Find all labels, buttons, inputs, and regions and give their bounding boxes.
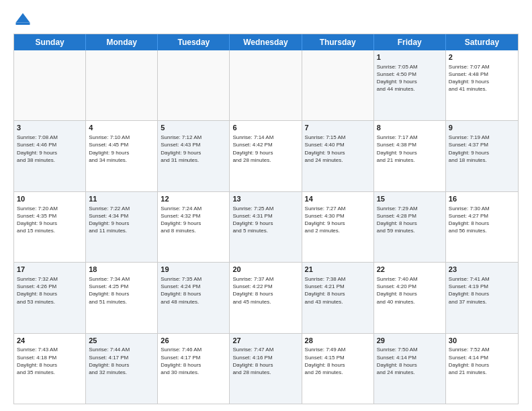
day-info: Sunrise: 7:25 AM Sunset: 4:31 PM Dayligh… <box>232 205 298 235</box>
day-info: Sunrise: 7:46 AM Sunset: 4:17 PM Dayligh… <box>161 346 226 376</box>
day-number: 16 <box>449 194 515 204</box>
day-number: 8 <box>377 123 443 133</box>
svg-marker-0 <box>16 13 30 23</box>
calendar-cell: 7Sunrise: 7:15 AM Sunset: 4:40 PM Daylig… <box>302 121 374 191</box>
header-day-tuesday: Tuesday <box>158 34 230 50</box>
day-info: Sunrise: 7:44 AM Sunset: 4:17 PM Dayligh… <box>89 346 154 376</box>
day-info: Sunrise: 7:37 AM Sunset: 4:22 PM Dayligh… <box>232 275 298 306</box>
calendar-cell: 22Sunrise: 7:40 AM Sunset: 4:20 PM Dayli… <box>374 263 446 332</box>
day-info: Sunrise: 7:22 AM Sunset: 4:34 PM Dayligh… <box>89 205 154 235</box>
day-info: Sunrise: 7:14 AM Sunset: 4:42 PM Dayligh… <box>232 134 298 164</box>
day-info: Sunrise: 7:08 AM Sunset: 4:46 PM Dayligh… <box>17 134 83 164</box>
day-info: Sunrise: 7:30 AM Sunset: 4:27 PM Dayligh… <box>449 205 515 235</box>
day-info: Sunrise: 7:20 AM Sunset: 4:35 PM Dayligh… <box>17 205 83 235</box>
day-info: Sunrise: 7:41 AM Sunset: 4:19 PM Dayligh… <box>449 275 515 306</box>
calendar-cell: 26Sunrise: 7:46 AM Sunset: 4:17 PM Dayli… <box>158 334 230 404</box>
day-info: Sunrise: 7:07 AM Sunset: 4:48 PM Dayligh… <box>449 63 515 93</box>
day-info: Sunrise: 7:38 AM Sunset: 4:21 PM Dayligh… <box>305 275 371 306</box>
day-number: 23 <box>449 265 515 275</box>
day-number: 22 <box>377 265 443 275</box>
day-info: Sunrise: 7:35 AM Sunset: 4:24 PM Dayligh… <box>161 275 226 306</box>
header-day-friday: Friday <box>374 34 446 50</box>
day-number: 2 <box>449 52 515 62</box>
calendar-row-3: 10Sunrise: 7:20 AM Sunset: 4:35 PM Dayli… <box>14 192 518 263</box>
day-info: Sunrise: 7:10 AM Sunset: 4:45 PM Dayligh… <box>89 134 154 164</box>
calendar-cell: 2Sunrise: 7:07 AM Sunset: 4:48 PM Daylig… <box>446 50 518 120</box>
calendar-cell: 27Sunrise: 7:47 AM Sunset: 4:16 PM Dayli… <box>230 334 302 404</box>
calendar-cell: 24Sunrise: 7:43 AM Sunset: 4:18 PM Dayli… <box>14 334 86 404</box>
day-info: Sunrise: 7:32 AM Sunset: 4:26 PM Dayligh… <box>17 275 83 306</box>
day-number: 24 <box>17 336 83 346</box>
day-number: 6 <box>232 123 298 133</box>
calendar-cell: 14Sunrise: 7:27 AM Sunset: 4:30 PM Dayli… <box>302 192 374 262</box>
calendar-cell: 17Sunrise: 7:32 AM Sunset: 4:26 PM Dayli… <box>14 263 86 332</box>
day-info: Sunrise: 7:47 AM Sunset: 4:16 PM Dayligh… <box>232 346 298 376</box>
day-info: Sunrise: 7:24 AM Sunset: 4:32 PM Dayligh… <box>161 205 226 235</box>
logo <box>13 11 35 30</box>
day-number: 26 <box>161 336 226 346</box>
day-number: 17 <box>17 265 83 275</box>
calendar-row-2: 3Sunrise: 7:08 AM Sunset: 4:46 PM Daylig… <box>14 121 518 191</box>
calendar-cell: 11Sunrise: 7:22 AM Sunset: 4:34 PM Dayli… <box>86 192 158 262</box>
calendar-cell: 4Sunrise: 7:10 AM Sunset: 4:45 PM Daylig… <box>86 121 158 191</box>
calendar-cell: 8Sunrise: 7:17 AM Sunset: 4:38 PM Daylig… <box>374 121 446 191</box>
day-number: 27 <box>232 336 298 346</box>
day-number: 10 <box>17 194 83 204</box>
header-day-wednesday: Wednesday <box>230 34 302 50</box>
day-info: Sunrise: 7:40 AM Sunset: 4:20 PM Dayligh… <box>377 275 443 306</box>
calendar-header: SundayMondayTuesdayWednesdayThursdayFrid… <box>14 34 518 50</box>
calendar-cell <box>302 50 374 120</box>
day-number: 20 <box>232 265 298 275</box>
calendar-cell: 16Sunrise: 7:30 AM Sunset: 4:27 PM Dayli… <box>446 192 518 262</box>
header-day-thursday: Thursday <box>302 34 374 50</box>
calendar-cell: 12Sunrise: 7:24 AM Sunset: 4:32 PM Dayli… <box>158 192 230 262</box>
day-number: 12 <box>161 194 226 204</box>
day-info: Sunrise: 7:05 AM Sunset: 4:50 PM Dayligh… <box>377 63 443 93</box>
calendar-cell: 18Sunrise: 7:34 AM Sunset: 4:25 PM Dayli… <box>86 263 158 332</box>
day-info: Sunrise: 7:27 AM Sunset: 4:30 PM Dayligh… <box>305 205 371 235</box>
calendar-row-1: 1Sunrise: 7:05 AM Sunset: 4:50 PM Daylig… <box>14 50 518 121</box>
calendar-row-5: 24Sunrise: 7:43 AM Sunset: 4:18 PM Dayli… <box>14 334 518 404</box>
day-info: Sunrise: 7:19 AM Sunset: 4:37 PM Dayligh… <box>449 134 515 164</box>
day-info: Sunrise: 7:43 AM Sunset: 4:18 PM Dayligh… <box>17 346 83 376</box>
calendar-row-4: 17Sunrise: 7:32 AM Sunset: 4:26 PM Dayli… <box>14 263 518 333</box>
day-info: Sunrise: 7:15 AM Sunset: 4:40 PM Dayligh… <box>305 134 371 164</box>
day-number: 1 <box>377 52 443 62</box>
calendar-cell: 20Sunrise: 7:37 AM Sunset: 4:22 PM Dayli… <box>230 263 302 332</box>
day-number: 18 <box>89 265 154 275</box>
day-number: 9 <box>449 123 515 133</box>
day-number: 13 <box>232 194 298 204</box>
calendar-page: SundayMondayTuesdayWednesdayThursdayFrid… <box>0 0 532 411</box>
day-info: Sunrise: 7:17 AM Sunset: 4:38 PM Dayligh… <box>377 134 443 164</box>
calendar-cell <box>158 50 230 120</box>
header-day-saturday: Saturday <box>446 34 518 50</box>
calendar-cell: 15Sunrise: 7:29 AM Sunset: 4:28 PM Dayli… <box>374 192 446 262</box>
calendar-cell <box>86 50 158 120</box>
day-info: Sunrise: 7:29 AM Sunset: 4:28 PM Dayligh… <box>377 205 443 235</box>
day-info: Sunrise: 7:52 AM Sunset: 4:14 PM Dayligh… <box>449 346 515 376</box>
calendar-cell: 28Sunrise: 7:49 AM Sunset: 4:15 PM Dayli… <box>302 334 374 404</box>
day-number: 25 <box>89 336 154 346</box>
day-number: 28 <box>305 336 371 346</box>
header-day-monday: Monday <box>86 34 158 50</box>
day-number: 29 <box>377 336 443 346</box>
calendar-cell: 1Sunrise: 7:05 AM Sunset: 4:50 PM Daylig… <box>374 50 446 120</box>
page-header <box>13 11 519 30</box>
day-number: 7 <box>305 123 371 133</box>
calendar-cell <box>14 50 86 120</box>
svg-rect-1 <box>16 23 30 26</box>
calendar-cell: 5Sunrise: 7:12 AM Sunset: 4:43 PM Daylig… <box>158 121 230 191</box>
calendar-cell: 23Sunrise: 7:41 AM Sunset: 4:19 PM Dayli… <box>446 263 518 332</box>
calendar-cell: 6Sunrise: 7:14 AM Sunset: 4:42 PM Daylig… <box>230 121 302 191</box>
day-info: Sunrise: 7:12 AM Sunset: 4:43 PM Dayligh… <box>161 134 226 164</box>
calendar-cell: 29Sunrise: 7:50 AM Sunset: 4:14 PM Dayli… <box>374 334 446 404</box>
day-number: 3 <box>17 123 83 133</box>
day-number: 4 <box>89 123 154 133</box>
day-info: Sunrise: 7:49 AM Sunset: 4:15 PM Dayligh… <box>305 346 371 376</box>
day-number: 30 <box>449 336 515 346</box>
calendar-cell: 19Sunrise: 7:35 AM Sunset: 4:24 PM Dayli… <box>158 263 230 332</box>
calendar-cell: 13Sunrise: 7:25 AM Sunset: 4:31 PM Dayli… <box>230 192 302 262</box>
day-number: 15 <box>377 194 443 204</box>
calendar-cell: 30Sunrise: 7:52 AM Sunset: 4:14 PM Dayli… <box>446 334 518 404</box>
day-info: Sunrise: 7:34 AM Sunset: 4:25 PM Dayligh… <box>89 275 154 306</box>
